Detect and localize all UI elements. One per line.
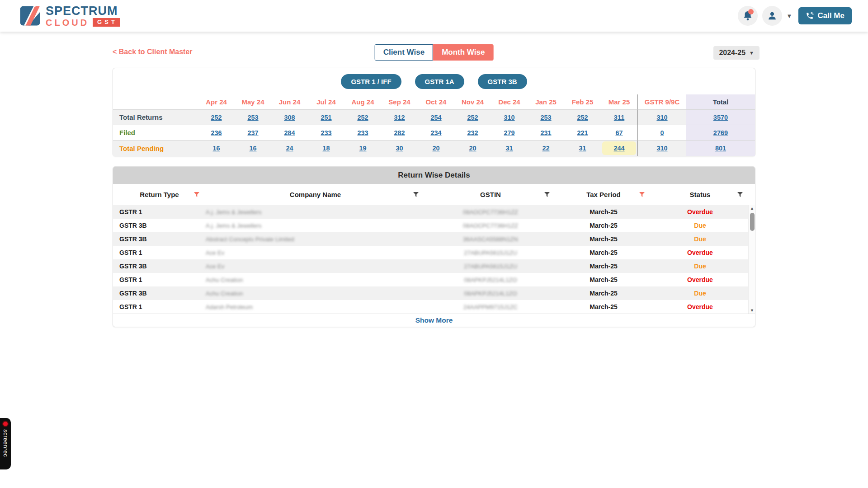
- summary-value-link[interactable]: 282: [394, 129, 405, 136]
- summary-value-link[interactable]: 236: [211, 129, 222, 136]
- summary-value-cell: 231: [528, 125, 564, 141]
- summary-value-link[interactable]: 254: [430, 114, 441, 121]
- details-col-status: Status: [651, 184, 749, 205]
- summary-value-cell: 31: [564, 141, 601, 156]
- summary-col-header: GSTR 9/9C: [637, 94, 686, 110]
- scroll-up-icon[interactable]: ▲: [749, 205, 755, 211]
- table-row: GSTR 1Ace Ev27ABUPA5615J1ZUMarch-25Overd…: [113, 246, 755, 259]
- summary-value-link[interactable]: 252: [577, 114, 588, 121]
- app-logo[interactable]: SPECTRUM CLOUD GST: [20, 5, 120, 27]
- cell-company-name: A.j. Jems & Jewellers: [206, 205, 425, 219]
- show-more-link[interactable]: Show More: [415, 316, 453, 324]
- summary-value-link[interactable]: 3570: [713, 114, 728, 121]
- summary-value-link[interactable]: 251: [321, 114, 331, 121]
- summary-row-label: Total Returns: [113, 110, 198, 125]
- summary-value-cell: 22: [528, 141, 564, 156]
- cell-status: Due: [651, 259, 749, 273]
- scroll-down-icon[interactable]: ▼: [749, 307, 755, 314]
- filter-icon[interactable]: [194, 192, 199, 197]
- summary-value-cell: 801: [686, 141, 755, 156]
- summary-value-link[interactable]: 231: [540, 129, 551, 136]
- summary-value-link[interactable]: 20: [469, 145, 476, 152]
- call-me-button[interactable]: Call Me: [798, 7, 852, 24]
- summary-value-link[interactable]: 310: [504, 114, 514, 121]
- summary-value-link[interactable]: 19: [359, 145, 366, 152]
- summary-value-link[interactable]: 801: [715, 145, 726, 152]
- summary-value-cell: 232: [454, 125, 491, 141]
- return-type-buttons: GSTR 1 / IFFGSTR 1AGSTR 3B: [113, 74, 755, 89]
- gstr-1a-button[interactable]: GSTR 1A: [415, 74, 464, 89]
- details-col-label: Status: [690, 191, 711, 198]
- cell-return-type: GSTR 1: [113, 246, 206, 259]
- tab-month-wise[interactable]: Month Wise: [433, 44, 493, 61]
- summary-value-link[interactable]: 284: [284, 129, 295, 136]
- cell-return-type: GSTR 3B: [113, 232, 206, 246]
- summary-value-link[interactable]: 252: [467, 114, 478, 121]
- cell-company-name: Achu Creation: [206, 273, 425, 286]
- tab-client-wise[interactable]: Client Wise: [375, 44, 433, 61]
- summary-value-link[interactable]: 0: [660, 129, 664, 136]
- summary-value-link[interactable]: 310: [656, 145, 667, 152]
- summary-value-link[interactable]: 232: [467, 129, 478, 136]
- scrollbar-thumb[interactable]: [750, 213, 755, 231]
- logo-icon: [20, 5, 41, 26]
- summary-value-cell: 252: [454, 110, 491, 125]
- summary-value-link[interactable]: 312: [394, 114, 405, 121]
- summary-value-link[interactable]: 16: [249, 145, 256, 152]
- summary-value-link[interactable]: 233: [321, 129, 331, 136]
- summary-value-link[interactable]: 279: [504, 129, 514, 136]
- summary-value-link[interactable]: 252: [357, 114, 368, 121]
- summary-value-link[interactable]: 18: [322, 145, 330, 152]
- filter-icon[interactable]: [413, 192, 419, 197]
- summary-value-link[interactable]: 31: [579, 145, 586, 152]
- user-menu-caret-icon[interactable]: ▼: [787, 13, 793, 19]
- summary-value-link[interactable]: 310: [656, 114, 667, 121]
- filter-icon[interactable]: [639, 192, 645, 197]
- cell-status: Overdue: [651, 205, 749, 219]
- notifications-button[interactable]: [738, 6, 758, 26]
- logo-gst-badge: GST: [93, 18, 120, 26]
- details-col-tax-period: Tax Period: [556, 184, 651, 205]
- summary-value-link[interactable]: 221: [577, 129, 588, 136]
- summary-value-link[interactable]: 308: [284, 114, 295, 121]
- summary-value-link[interactable]: 253: [247, 114, 258, 121]
- cell-return-type: GSTR 1: [113, 205, 206, 219]
- financial-year-select[interactable]: 2024-25 ▼: [713, 46, 760, 60]
- gstr-1-iff-button[interactable]: GSTR 1 / IFF: [341, 74, 401, 89]
- summary-value-link[interactable]: 2769: [713, 129, 728, 136]
- vertical-scrollbar[interactable]: ▲▼: [748, 205, 755, 314]
- cell-gstin: 08AOCPC7736H1ZZ: [425, 219, 556, 232]
- cell-tax-period: March-25: [556, 232, 651, 246]
- summary-value-link[interactable]: 311: [614, 114, 624, 121]
- summary-value-link[interactable]: 20: [432, 145, 439, 152]
- cell-gstin: 24AAPPM9715J1ZC: [425, 300, 556, 314]
- call-me-label: Call Me: [817, 11, 844, 20]
- summary-value-link[interactable]: 252: [211, 114, 222, 121]
- summary-value-link[interactable]: 234: [430, 129, 441, 136]
- summary-value-link[interactable]: 67: [615, 129, 623, 136]
- back-to-client-master-link[interactable]: < Back to Client Master: [113, 48, 193, 56]
- summary-value-link[interactable]: 233: [357, 129, 368, 136]
- summary-value-cell: 233: [308, 125, 344, 141]
- logo-subtitle: CLOUD: [46, 18, 89, 27]
- summary-col-header: Aug 24: [344, 94, 381, 110]
- summary-value-link[interactable]: 24: [286, 145, 293, 152]
- details-col-label: GSTIN: [480, 191, 501, 198]
- filter-icon[interactable]: [737, 192, 743, 197]
- cell-gstin: 08APKPJ5214L1ZO: [425, 286, 556, 300]
- summary-value-link[interactable]: 31: [505, 145, 513, 152]
- filter-icon[interactable]: [544, 192, 550, 197]
- summary-value-link[interactable]: 22: [542, 145, 549, 152]
- user-menu-button[interactable]: [762, 6, 782, 26]
- summary-value-link[interactable]: 237: [247, 129, 258, 136]
- summary-value-link[interactable]: 16: [212, 145, 220, 152]
- summary-col-header: Feb 25: [564, 94, 601, 110]
- return-wise-details-card: Return Wise Details Return TypeCompany N…: [113, 166, 755, 327]
- summary-value-link[interactable]: 244: [613, 145, 624, 152]
- summary-value-link[interactable]: 253: [540, 114, 551, 121]
- details-col-gstin: GSTIN: [425, 184, 556, 205]
- summary-value-cell: 308: [271, 110, 308, 125]
- gstr-3b-button[interactable]: GSTR 3B: [478, 74, 527, 89]
- screenrec-widget[interactable]: screenrec: [0, 418, 11, 469]
- summary-value-link[interactable]: 30: [396, 145, 403, 152]
